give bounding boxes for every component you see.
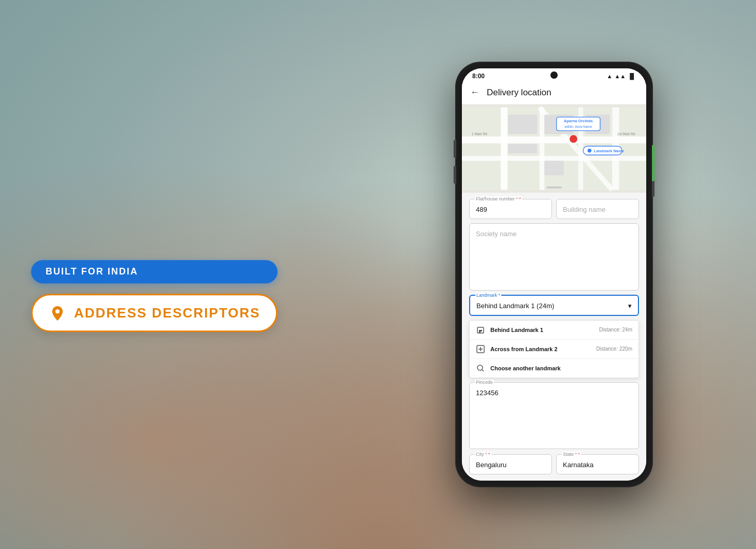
landmark-dropdown[interactable]: Landmark * Behind Landmark 1 (24m) ▾ xyxy=(469,295,639,316)
option-2-distance: Distance: 220m xyxy=(597,346,632,352)
svg-rect-5 xyxy=(501,107,507,190)
svg-point-30 xyxy=(477,365,483,370)
svg-text:Landmark Name: Landmark Name xyxy=(594,149,624,153)
pincode-field[interactable]: Pincode 123456 xyxy=(469,382,639,450)
svg-rect-6 xyxy=(540,107,544,190)
svg-rect-13 xyxy=(544,161,563,175)
phone-mockup: 8:00 ▲ ▲▲ ▐▌ ← Delivery location xyxy=(456,62,652,487)
map-drag-handle xyxy=(546,186,562,189)
flat-house-field[interactable]: Flat/house number * 489 xyxy=(469,199,552,219)
app-header: ← Delivery location xyxy=(462,82,646,105)
back-button[interactable]: ← xyxy=(470,87,479,98)
address-descriptors-text: ADDRESS DESCRIPTORS xyxy=(74,305,260,321)
option-1-name: Behind Landmark 1 xyxy=(490,327,594,333)
svg-rect-26 xyxy=(481,330,482,331)
flat-building-row: Flat/house number * 489 Building name xyxy=(469,199,639,219)
landmark-value: Behind Landmark 1 (24m) ▾ xyxy=(476,302,632,310)
building-name-placeholder: Building name xyxy=(563,206,632,213)
dropdown-option-1[interactable]: Behind Landmark 1 Distance: 24m xyxy=(470,321,638,340)
green-side-button xyxy=(652,145,655,181)
state-label: State * xyxy=(562,452,581,457)
search-icon xyxy=(476,364,485,373)
plus-icon xyxy=(476,344,485,354)
svg-point-1 xyxy=(55,309,60,313)
address-descriptors-badge: ADDRESS DESCRIPTORS xyxy=(31,294,278,332)
svg-text:within: Area Name: within: Area Name xyxy=(564,125,592,128)
option-2-name: Across from Landmark 2 xyxy=(490,346,591,352)
pincode-label: Pincode xyxy=(475,380,494,385)
map-area[interactable]: 1 Main Rd 1st Main Rd Aparna Orchids wit… xyxy=(462,105,646,193)
battery-icon: ▐▌ xyxy=(628,73,636,79)
city-label: City * xyxy=(475,452,491,457)
svg-line-31 xyxy=(482,370,484,371)
pincode-value: 123456 xyxy=(476,389,632,397)
left-overlays: BUILT FOR INDIA ADDRESS DESCRIPTORS xyxy=(31,260,278,332)
city-state-row: City * Bengaluru State * Karnataka xyxy=(469,454,639,474)
status-time: 8:00 xyxy=(472,73,485,80)
flat-house-label: Flat/house number * xyxy=(475,196,522,201)
phone-screen: 8:00 ▲ ▲▲ ▐▌ ← Delivery location xyxy=(462,68,646,481)
option-1-distance: Distance: 24m xyxy=(599,327,632,333)
built-for-india-badge: BUILT FOR INDIA xyxy=(31,260,278,283)
svg-text:1st Main Rd: 1st Main Rd xyxy=(617,132,635,136)
state-field[interactable]: State * Karnataka xyxy=(556,454,639,474)
state-value: Karnataka xyxy=(563,461,632,469)
svg-rect-11 xyxy=(508,144,537,154)
svg-rect-25 xyxy=(479,330,481,333)
status-icons: ▲ ▲▲ ▐▌ xyxy=(607,73,636,79)
phone-container: 8:00 ▲ ▲▲ ▐▌ ← Delivery location xyxy=(456,62,652,487)
society-name-placeholder: Society name xyxy=(476,230,632,238)
location-pin-icon xyxy=(48,304,67,322)
header-title: Delivery location xyxy=(487,88,551,98)
landmark-text: Behind Landmark 1 (24m) xyxy=(476,302,554,310)
svg-text:1 Main Rd: 1 Main Rd xyxy=(472,132,487,136)
dropdown-option-2[interactable]: Across from Landmark 2 Distance: 220m xyxy=(470,340,638,359)
signal-icon: ▲ xyxy=(607,73,613,79)
phone-notch xyxy=(550,71,558,79)
city-field[interactable]: City * Bengaluru xyxy=(469,454,552,474)
dropdown-arrow-icon: ▾ xyxy=(628,302,632,310)
society-name-field[interactable]: Society name xyxy=(469,223,639,291)
building-icon xyxy=(476,325,485,335)
volume-button-2 xyxy=(454,166,456,184)
landmark-label: Landmark * xyxy=(475,293,501,298)
signal-bars: ▲▲ xyxy=(615,73,626,79)
flat-house-value: 489 xyxy=(476,206,545,213)
svg-point-22 xyxy=(588,149,591,152)
option-3-name: Choose another landmark xyxy=(490,365,632,371)
dropdown-option-3[interactable]: Choose another landmark xyxy=(470,359,638,378)
svg-text:Aparna Orchids: Aparna Orchids xyxy=(564,119,593,123)
building-name-field[interactable]: Building name xyxy=(556,199,639,219)
volume-button-1 xyxy=(454,140,456,158)
svg-rect-10 xyxy=(508,114,537,134)
map-svg: 1 Main Rd 1st Main Rd Aparna Orchids wit… xyxy=(462,105,646,193)
form-area: Flat/house number * 489 Building name So… xyxy=(462,193,646,481)
landmark-dropdown-options: Behind Landmark 1 Distance: 24m Across f… xyxy=(469,320,639,378)
city-value: Bengaluru xyxy=(476,461,545,469)
